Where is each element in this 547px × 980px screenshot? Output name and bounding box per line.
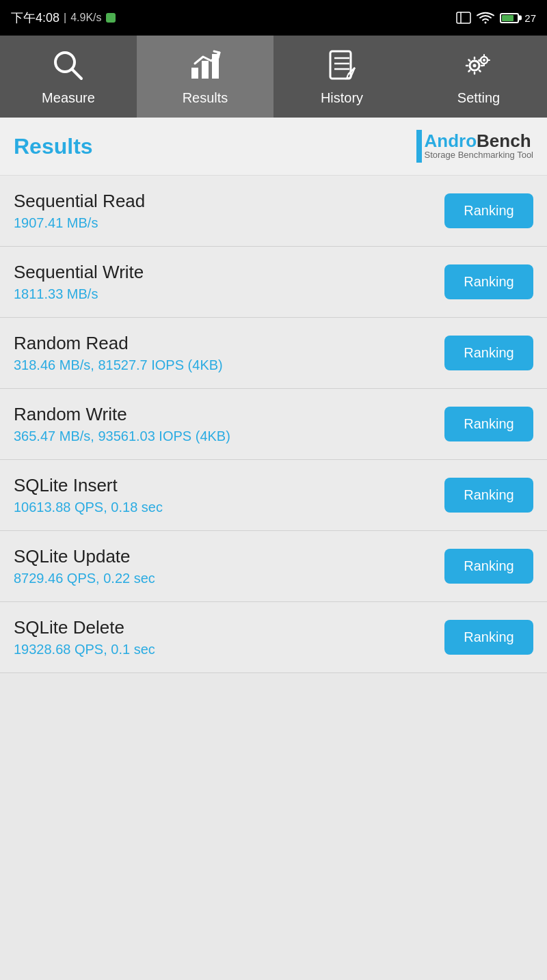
svg-rect-0 — [457, 12, 470, 23]
results-list: Sequential Read 1907.41 MB/s Ranking Seq… — [0, 176, 547, 673]
nav-tabs: Measure Results — [0, 36, 547, 118]
logo-text: AndroBench Storage Benchmarking Tool — [425, 132, 533, 161]
result-item: SQLite Update 8729.46 QPS, 0.22 sec Rank… — [0, 531, 547, 602]
tab-history[interactable]: History — [274, 36, 410, 118]
result-value: 10613.88 QPS, 0.18 sec — [14, 500, 444, 515]
status-separator: | — [64, 12, 66, 24]
result-value: 19328.68 QPS, 0.1 sec — [14, 642, 444, 657]
ranking-button[interactable]: Ranking — [444, 620, 533, 655]
result-item: Random Write 365.47 MB/s, 93561.03 IOPS … — [0, 389, 547, 460]
ranking-button[interactable]: Ranking — [444, 193, 533, 228]
androbench-logo: AndroBench Storage Benchmarking Tool — [416, 130, 533, 163]
logo-main-text: AndroBench — [425, 132, 531, 150]
logo-bench: Bench — [477, 131, 531, 151]
history-icon — [324, 48, 360, 83]
tab-history-label: History — [321, 90, 363, 106]
battery-fill — [502, 15, 513, 21]
results-page-title: Results — [14, 134, 93, 159]
result-value: 1811.33 MB/s — [14, 286, 444, 302]
tab-results-label: Results — [183, 90, 228, 106]
tab-results[interactable]: Results — [137, 36, 274, 118]
wifi-icon — [477, 11, 494, 25]
measure-icon — [51, 48, 86, 83]
ranking-button[interactable]: Ranking — [444, 478, 533, 513]
result-name: Random Write — [14, 404, 444, 425]
battery-icon — [500, 13, 519, 23]
logo-andro: Andro — [425, 131, 477, 151]
result-value: 1907.41 MB/s — [14, 215, 444, 231]
result-value: 318.46 MB/s, 81527.7 IOPS (4KB) — [14, 357, 444, 373]
result-item: SQLite Insert 10613.88 QPS, 0.18 sec Ran… — [0, 460, 547, 531]
status-bar: 下午4:08 | 4.9K/s 27 — [0, 0, 547, 36]
result-value: 8729.46 QPS, 0.22 sec — [14, 571, 444, 586]
svg-rect-5 — [202, 61, 209, 79]
logo-subtitle: Storage Benchmarking Tool — [425, 150, 533, 161]
result-name: Random Read — [14, 333, 444, 354]
ranking-button[interactable]: Ranking — [444, 336, 533, 370]
status-speed: 4.9K/s — [70, 12, 101, 24]
data-indicator — [106, 13, 116, 23]
tab-measure[interactable]: Measure — [0, 36, 137, 118]
svg-rect-4 — [191, 68, 198, 79]
svg-line-3 — [72, 69, 81, 79]
result-name: SQLite Insert — [14, 475, 444, 496]
result-name: Sequential Read — [14, 191, 444, 212]
result-name: SQLite Update — [14, 546, 444, 567]
result-name: SQLite Delete — [14, 617, 444, 638]
setting-icon — [461, 48, 496, 83]
result-name: Sequential Write — [14, 262, 444, 283]
result-info: Sequential Write 1811.33 MB/s — [14, 262, 444, 302]
logo-accent-bar — [416, 130, 422, 163]
status-left: 下午4:08 | 4.9K/s — [11, 10, 116, 26]
result-item: Sequential Read 1907.41 MB/s Ranking — [0, 176, 547, 247]
result-info: SQLite Update 8729.46 QPS, 0.22 sec — [14, 546, 444, 586]
ranking-button[interactable]: Ranking — [444, 264, 533, 299]
result-item: Sequential Write 1811.33 MB/s Ranking — [0, 247, 547, 318]
result-value: 365.47 MB/s, 93561.03 IOPS (4KB) — [14, 428, 444, 444]
status-right: 27 — [456, 11, 536, 25]
results-header: Results AndroBench Storage Benchmarking … — [0, 118, 547, 176]
result-info: Random Read 318.46 MB/s, 81527.7 IOPS (4… — [14, 333, 444, 373]
result-info: Sequential Read 1907.41 MB/s — [14, 191, 444, 231]
results-icon — [187, 48, 223, 83]
tab-measure-label: Measure — [42, 90, 95, 106]
ranking-button[interactable]: Ranking — [444, 549, 533, 584]
ranking-button[interactable]: Ranking — [444, 407, 533, 441]
svg-point-15 — [483, 59, 485, 62]
result-info: SQLite Delete 19328.68 QPS, 0.1 sec — [14, 617, 444, 657]
tab-setting-label: Setting — [457, 90, 500, 106]
battery-level: 27 — [524, 12, 536, 24]
result-info: Random Write 365.47 MB/s, 93561.03 IOPS … — [14, 404, 444, 444]
result-info: SQLite Insert 10613.88 QPS, 0.18 sec — [14, 475, 444, 515]
sim-icon — [456, 12, 471, 24]
svg-point-13 — [473, 64, 477, 67]
tab-setting[interactable]: Setting — [410, 36, 547, 118]
result-item: Random Read 318.46 MB/s, 81527.7 IOPS (4… — [0, 318, 547, 389]
status-time: 下午4:08 — [11, 10, 59, 26]
result-item: SQLite Delete 19328.68 QPS, 0.1 sec Rank… — [0, 602, 547, 673]
